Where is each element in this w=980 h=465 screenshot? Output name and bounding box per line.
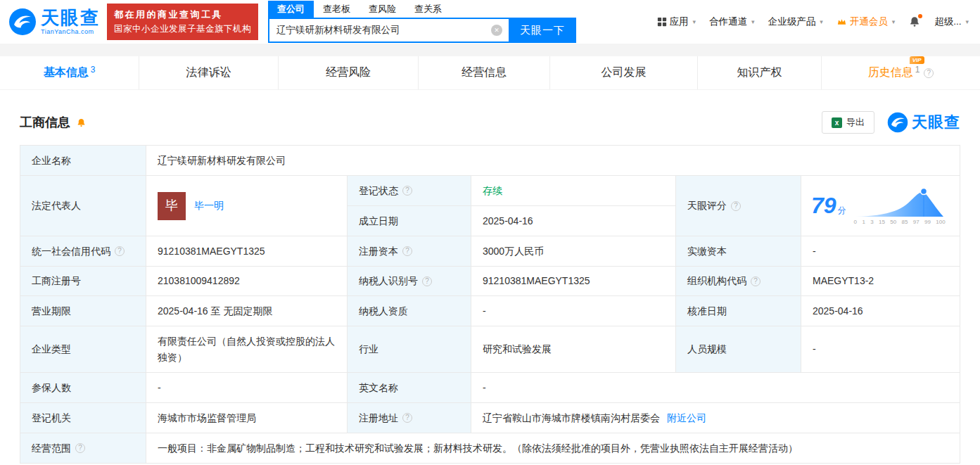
tab-history-info[interactable]: 历史信息 VIP 1 ? [822,56,980,89]
label-text: 注册地址 [359,411,398,426]
field-value-company-type: 有限责任公司（自然人投资或控股的法人独资） [146,326,347,372]
field-label-scope: 经营范围 ? [20,433,146,463]
help-icon[interactable]: ? [422,276,432,286]
tab-label: 历史信息 [868,66,913,78]
tab-operating-risk[interactable]: 经营风险 [279,56,419,89]
score-axis: 0131550859799100 [853,218,946,227]
company-name: 辽宁镁研新材料研发有限公司 [158,153,286,168]
tab-legal-litigation[interactable]: 法律诉讼 [139,56,279,89]
tianyancha-logo[interactable]: 天眼查 TianYanCha.com [8,8,100,36]
field-value-score: 79分 0131550859799100 [801,175,960,236]
label-text: 注册资本 [359,244,398,259]
field-value-industry: 研究和试验发展 [471,326,675,372]
field-value-reg-no: 210381009412892 [146,266,347,295]
help-icon[interactable]: ? [115,246,125,256]
field-value-legal-rep: 毕 毕一明 [146,175,347,236]
value-text: 91210381MAEGYT1325 [483,274,590,288]
nav-open-vip[interactable]: 开通会员 ▾ [836,15,896,28]
tab-basic-info[interactable]: 基本信息 3 [0,56,139,89]
field-label-establish-date: 成立日期 [347,205,471,236]
search-tab-relation[interactable]: 查关系 [405,1,451,18]
scope-text: 一般项目：非金属矿物制品制造；工程和技术研究和试验发展；新材料技术研发。（除依法… [158,440,798,456]
nearby-companies-link[interactable]: 附近公司 [667,411,706,426]
subscribe-bell-icon[interactable] [76,117,87,128]
excel-icon: x [832,117,842,128]
vip-badge: VIP [910,56,924,64]
promo-banner: 都在用的商业查询工具 国家中小企业发展子基金旗下机构 [107,4,258,40]
label-text: 核准日期 [687,304,727,319]
label-text: 天眼评分 [687,198,727,213]
value-text: - [483,304,486,319]
search-tab-boss[interactable]: 查老板 [314,1,359,18]
main-content: 工商信息 x 导出 天眼查 企业名称 [0,111,980,464]
field-label-paid-capital: 实缴资本 [675,236,801,266]
field-label-credit-code: 统一社会信用代码 ? [20,236,146,266]
field-value-english-name: - [471,372,960,402]
chevron-down-icon: ▾ [751,18,755,25]
field-value-staff-size: - [801,326,960,372]
field-value-paid-capital: - [801,236,960,266]
help-icon[interactable]: ? [75,443,85,453]
nav-coop-label: 合作通道 [709,15,747,28]
chevron-down-icon: ▾ [965,18,969,25]
help-icon[interactable]: ? [402,186,412,196]
help-icon[interactable]: ? [731,201,741,211]
top-nav: 应用 ▾ 合作通道 ▾ 企业级产品 ▾ 开通会员 ▾ 超级... ▾ [657,15,969,28]
chevron-down-icon: ▾ [820,18,823,25]
search-tab-risk[interactable]: 查风险 [359,1,405,18]
tianyancha-wave-icon [887,112,908,133]
field-label-company-type: 企业类型 [20,326,146,372]
nav-enterprise[interactable]: 企业级产品 ▾ [768,15,823,28]
label-text: 实缴资本 [687,244,727,259]
value-text: 海城市市场监督管理局 [158,411,256,426]
value-text: 2025-04-16 [813,304,863,319]
promo-line1: 都在用的商业查询工具 [114,7,251,22]
notification-bell[interactable] [908,15,921,28]
nav-super-vip[interactable]: 超级... ▾ [934,15,969,28]
info-icon[interactable]: ? [924,68,934,78]
tab-intellectual-property[interactable]: 知识产权 [698,56,822,89]
legal-rep-link[interactable]: 毕一明 [194,198,224,213]
nav-super-label: 超级... [934,15,961,28]
value-text: - [813,244,816,259]
section-title: 工商信息 [20,114,70,131]
field-label-reg-no: 工商注册号 [20,266,146,295]
score-unit: 分 [838,205,846,215]
nav-coop[interactable]: 合作通道 ▾ [709,15,755,28]
nav-apps[interactable]: 应用 ▾ [657,15,696,28]
logo-text: 天眼查 [41,8,100,27]
watermark-logo: 天眼查 [887,112,960,133]
value-text: 3000万人民币 [483,244,544,259]
nav-vip-label: 开通会员 [850,15,888,28]
field-label-industry: 行业 [347,326,471,372]
search-button-label: 天眼一下 [520,24,565,37]
field-value-establish-date: 2025-04-16 [471,205,675,236]
crown-icon [836,17,847,27]
value-text: MAEGYT13-2 [813,274,874,288]
help-icon[interactable]: ? [751,276,761,286]
export-button[interactable]: x 导出 [822,111,874,134]
tab-company-development[interactable]: 公司发展 [550,56,698,89]
section-header: 工商信息 x 导出 天眼查 [20,111,960,134]
clear-search-icon[interactable]: ✕ [491,25,502,36]
notification-dot [918,14,922,18]
field-label-address: 注册地址 ? [347,402,471,433]
value-text: 研究和试验发展 [483,342,552,357]
label-text: 统一社会信用代码 [32,244,110,259]
help-icon[interactable]: ? [402,246,412,256]
label-text: 成立日期 [359,214,398,229]
search-input[interactable] [268,18,509,43]
value-text: - [158,381,161,395]
field-value-approval-date: 2025-04-16 [801,295,960,326]
tab-count: 3 [91,65,96,75]
label-text: 企业类型 [32,342,71,357]
field-label-taxpayer-qualification: 纳税人资质 [347,295,471,326]
help-icon[interactable]: ? [402,413,412,423]
value-text: 2025-04-16 [483,214,533,229]
field-label-staff-size: 人员规模 [675,326,801,372]
tab-operating-info[interactable]: 经营信息 [419,56,550,89]
search-tab-company[interactable]: 查公司 [268,1,314,18]
field-label-approval-date: 核准日期 [675,295,801,326]
search-button[interactable]: 天眼一下 [509,18,576,43]
export-label: 导出 [846,116,865,129]
